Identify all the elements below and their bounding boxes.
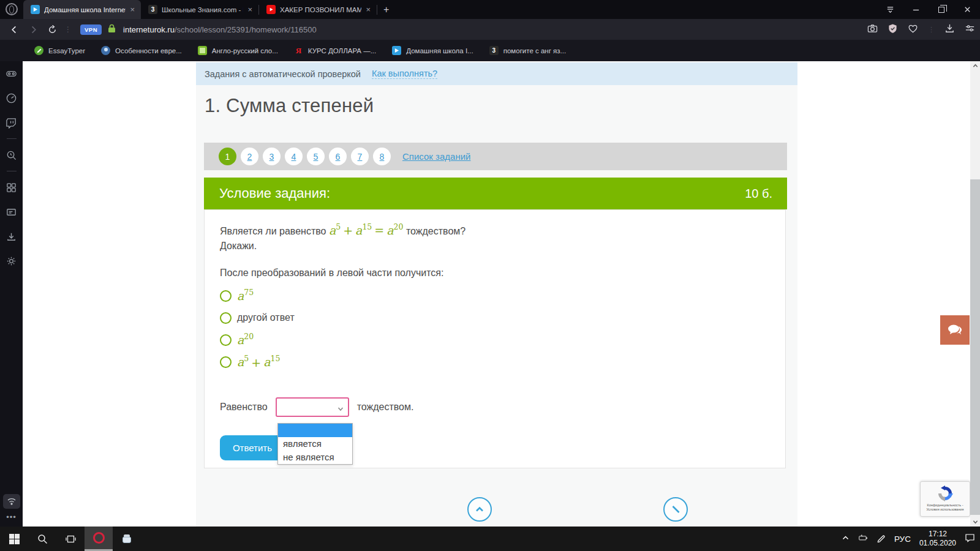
workspaces-icon[interactable]: [0, 175, 23, 200]
radio-button[interactable]: [220, 356, 232, 368]
pagination-link[interactable]: 5: [314, 152, 318, 162]
page-title: 1. Сумма степеней: [205, 95, 374, 117]
news-feed-icon[interactable]: [0, 200, 23, 224]
settings-sliders-icon[interactable]: [965, 23, 975, 36]
sidebar-more-icon[interactable]: •••: [6, 512, 17, 522]
language-indicator[interactable]: РУС: [894, 534, 911, 544]
question-line1: Является ли равенство a5+a15=a20 тождест…: [220, 223, 466, 237]
taskbar-opera-gx-icon[interactable]: [85, 527, 113, 551]
forward-icon[interactable]: [29, 25, 38, 34]
snapshot-camera-icon[interactable]: [867, 23, 878, 36]
gx-corner-icon[interactable]: [0, 61, 23, 86]
window-controls: [877, 0, 980, 19]
answer-select[interactable]: [276, 397, 349, 417]
bookmark-domashnyaya-shkola[interactable]: Домашняя школа I...: [392, 46, 473, 55]
browser-toolbar: ⋮ VPN interneturok.ru/school/lesson/2539…: [0, 19, 980, 40]
battery-icon[interactable]: [859, 533, 868, 545]
taskbar-search-icon[interactable]: [28, 527, 56, 551]
question-prefix: Является ли равенство: [220, 226, 326, 236]
close-window-button[interactable]: [954, 0, 980, 19]
tab-search-icon[interactable]: [877, 0, 903, 19]
pagination-item[interactable]: 5: [307, 148, 325, 165]
tab-close-icon[interactable]: ×: [130, 5, 135, 14]
option-row-other[interactable]: другой ответ: [220, 309, 295, 327]
history-search-icon[interactable]: [0, 143, 23, 167]
network-wifi-icon[interactable]: [3, 494, 20, 509]
option-row-a5-a15[interactable]: a5+a15: [220, 353, 280, 371]
bookmark-pomogite[interactable]: 3 помогите с анг яз...: [489, 46, 566, 55]
speedometer-icon[interactable]: [0, 86, 23, 110]
heart-icon[interactable]: [908, 23, 918, 36]
select-dropdown: является не является: [277, 423, 353, 465]
question-suffix: тождеством?: [406, 226, 466, 236]
scrollbar-thumb[interactable]: [970, 179, 980, 515]
answer-button[interactable]: Ответить: [220, 435, 285, 460]
pagination-item[interactable]: 3: [263, 148, 281, 165]
opera-sidebar: •••: [0, 61, 23, 527]
bookmark-dictionary[interactable]: Англо-русский сло...: [198, 46, 278, 55]
radio-button[interactable]: [220, 290, 232, 302]
pagination-link[interactable]: 7: [358, 152, 363, 162]
pagination-link[interactable]: 4: [292, 152, 296, 162]
tab-interneturok[interactable]: Домашняя школа Internet ×: [23, 0, 141, 19]
maximize-button[interactable]: [929, 0, 954, 19]
dropdown-option-yes[interactable]: является: [278, 437, 352, 451]
download-icon[interactable]: [944, 23, 955, 36]
pagination-item[interactable]: 6: [329, 148, 347, 165]
pagination-item-active[interactable]: 1: [219, 148, 236, 165]
scrollbar-down-icon[interactable]: [970, 517, 980, 527]
scroll-up-button[interactable]: [467, 497, 492, 522]
action-center-icon[interactable]: [965, 533, 975, 545]
bookmark-label: EssayTyper: [48, 47, 85, 54]
scrollbar-up-icon[interactable]: [970, 61, 980, 70]
address-url[interactable]: interneturok.ru/school/lesson/25391/home…: [123, 25, 317, 34]
bookmark-kurs-dollara[interactable]: Я КУРС ДОЛЛАРА —...: [294, 46, 376, 55]
page-scrollbar[interactable]: [970, 61, 980, 527]
shield-icon[interactable]: [888, 23, 898, 36]
pagination-link[interactable]: 6: [336, 152, 341, 162]
tab-youtube[interactable]: ХАКЕР ПОЗВОНИЛ МАМЕ ×: [259, 0, 377, 19]
dropdown-option-no[interactable]: не является: [278, 451, 352, 464]
reload-icon[interactable]: [48, 25, 57, 34]
task-view-icon[interactable]: [56, 527, 85, 551]
dropdown-option-empty[interactable]: [278, 424, 352, 437]
how-to-link[interactable]: Как выполнять?: [372, 69, 437, 79]
radio-button[interactable]: [220, 312, 232, 324]
points-badge: 10 б.: [745, 187, 772, 201]
back-icon[interactable]: [10, 25, 19, 34]
tab-close-icon[interactable]: ×: [366, 5, 371, 14]
bookmark-osobennosti[interactable]: Особенности евре...: [101, 46, 182, 55]
minimize-button[interactable]: [903, 0, 929, 19]
pagination-item[interactable]: 2: [241, 148, 258, 165]
settings-gear-icon[interactable]: [0, 249, 23, 273]
taskbar-clock[interactable]: 17:12 01.05.2020: [919, 530, 956, 548]
next-task-button[interactable]: [663, 497, 688, 522]
pagination-item[interactable]: 7: [351, 148, 369, 165]
pagination-link[interactable]: 3: [270, 152, 274, 162]
start-button[interactable]: [0, 527, 28, 551]
tab-znaniya[interactable]: 3 Школьные Знания.com - Р ×: [141, 0, 258, 19]
tab-close-icon[interactable]: ×: [247, 5, 252, 14]
pen-icon[interactable]: [876, 533, 886, 545]
new-tab-button[interactable]: +: [377, 4, 396, 19]
radio-button[interactable]: [220, 334, 232, 346]
recaptcha-badge[interactable]: Конфиденциальность - Условия использован…: [920, 481, 970, 517]
pagination-link[interactable]: 2: [247, 152, 252, 162]
twitch-icon[interactable]: [0, 110, 23, 135]
pagination-item[interactable]: 4: [285, 148, 303, 165]
option-row-a75[interactable]: a75: [220, 287, 254, 305]
tray-chevron-up-icon[interactable]: [841, 533, 850, 545]
taskbar-app-icon[interactable]: [113, 527, 141, 551]
downloads-icon[interactable]: [0, 224, 23, 249]
bookmark-essaytyper[interactable]: EssayTyper: [34, 46, 85, 55]
pagination-item[interactable]: 8: [373, 148, 391, 165]
vpn-badge[interactable]: VPN: [80, 24, 102, 35]
clock-time: 17:12: [919, 530, 956, 539]
task-list-link[interactable]: Список заданий: [402, 151, 470, 162]
pagination-link[interactable]: 8: [380, 152, 385, 162]
opera-logo-icon[interactable]: [6, 3, 18, 15]
option-row-a20[interactable]: a20: [220, 331, 254, 349]
lock-icon[interactable]: [108, 24, 116, 36]
chat-widget-button[interactable]: [940, 315, 970, 345]
tab-title: Школьные Знания.com - Р: [162, 6, 243, 13]
